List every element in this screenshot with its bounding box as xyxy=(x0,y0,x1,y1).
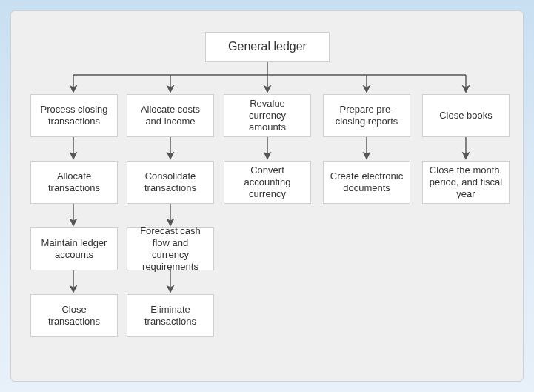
node-eliminate-transactions: Eliminate transactions xyxy=(127,294,214,337)
node-forecast-cashflow-currency: Forecast cash flow and currency requirem… xyxy=(127,227,214,270)
node-root: General ledger xyxy=(205,32,330,62)
node-close-transactions: Close transactions xyxy=(30,294,118,337)
node-allocate-transactions: Allocate transactions xyxy=(30,161,118,204)
node-revalue-currency: Revalue currency amounts xyxy=(224,94,311,137)
node-convert-accounting-currency: Convert accounting currency xyxy=(224,161,311,204)
node-consolidate-transactions: Consolidate transactions xyxy=(127,161,214,204)
node-prepare-preclosing-reports: Prepare pre-closing reports xyxy=(323,94,410,137)
node-close-books: Close books xyxy=(422,94,510,137)
diagram-panel: General ledger Process closing transacti… xyxy=(10,10,524,382)
node-maintain-ledger-accounts: Maintain ledger accounts xyxy=(30,227,118,270)
node-create-electronic-documents: Create electronic documents xyxy=(323,161,410,204)
node-process-closing-transactions: Process closing transactions xyxy=(30,94,118,137)
node-allocate-costs-income: Allocate costs and income xyxy=(127,94,214,137)
node-close-month-period-year: Close the month, period, and fiscal year xyxy=(422,161,510,204)
